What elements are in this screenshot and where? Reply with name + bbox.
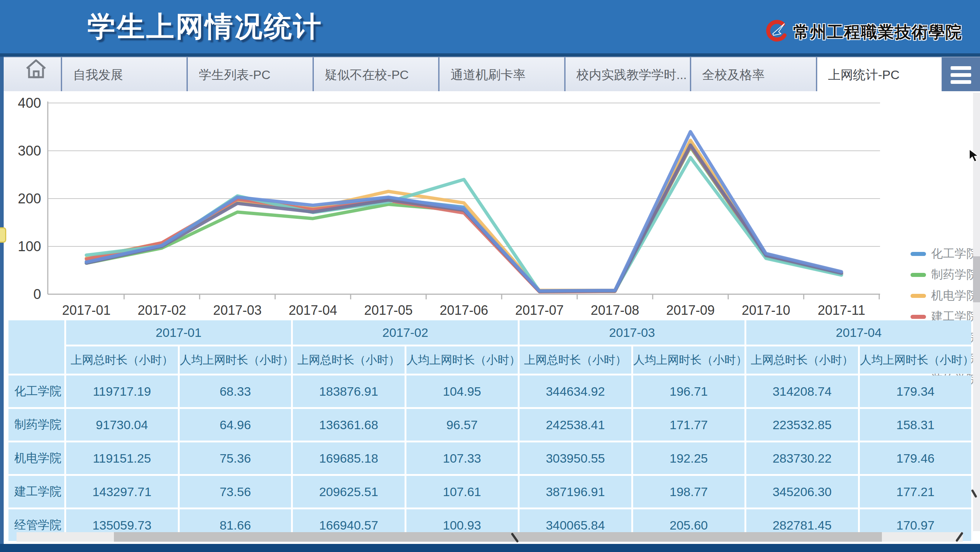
value-cell: 73.56: [180, 476, 291, 507]
value-cell: 136361.68: [293, 409, 404, 440]
tab-home[interactable]: [0, 57, 61, 93]
value-cell: 119717.19: [66, 375, 178, 407]
table-group-header-row: 2017-012017-022017-032017-04: [8, 320, 971, 345]
metric-header: 人均上网时长（小时）: [180, 346, 291, 373]
value-cell: 179.46: [860, 442, 972, 474]
metric-header: 上网总时长（小时）: [746, 346, 858, 373]
metric-header: 上网总时长（小时）: [293, 346, 404, 373]
menu-button[interactable]: [942, 57, 980, 93]
legend-swatch: [910, 315, 926, 319]
x-axis-tick: 2017-02: [137, 303, 186, 318]
school-logo: 常州工程職業技術學院: [764, 19, 963, 45]
legend-item-huagong[interactable]: 化工学院: [910, 246, 978, 262]
bottom-bar: [0, 544, 980, 552]
value-cell: 192.25: [633, 442, 745, 474]
page-header: 学生上网情况统计 常州工程職業技術學院: [0, 0, 980, 57]
x-axis-tick: 2017-05: [364, 303, 413, 318]
tab-student-list-pc[interactable]: 学生列表-PC: [187, 57, 312, 93]
value-cell: 119151.25: [66, 442, 178, 474]
month-group-header: 2017-01: [66, 320, 291, 345]
value-cell: 345206.30: [746, 476, 858, 507]
metric-header: 上网总时长（小时）: [520, 346, 631, 373]
value-cell: 64.96: [180, 409, 291, 440]
value-cell: 169685.18: [293, 442, 404, 474]
y-axis-tick: 200: [18, 191, 41, 206]
value-cell: 283730.22: [746, 442, 858, 474]
value-cell: 104.95: [406, 375, 518, 407]
value-cell: 314208.74: [746, 375, 858, 407]
tab-practice-teaching-hours[interactable]: 校内实践教学学时...: [565, 57, 690, 93]
value-cell: 96.57: [406, 409, 518, 440]
value-cell: 91730.04: [66, 409, 178, 440]
legend-label: 制药学院: [931, 266, 978, 283]
metric-header: 人均上网时长（小时）: [406, 346, 518, 373]
value-cell: 183876.91: [293, 375, 404, 407]
side-handle-marker[interactable]: [0, 227, 6, 243]
value-cell: 107.61: [406, 476, 518, 507]
metric-header: 人均上网时长（小时）: [860, 346, 972, 373]
x-axis-tick: 2017-10: [741, 303, 790, 318]
college-name-cell: 制药学院: [8, 409, 64, 440]
legend-item-zhiyao[interactable]: 制药学院: [910, 266, 978, 283]
value-cell: 387196.91: [520, 476, 631, 507]
table-row: 制药学院91730.0464.96136361.6896.57242538.41…: [8, 409, 971, 440]
mouse-cursor: [969, 148, 980, 165]
month-group-header: 2017-02: [293, 320, 518, 345]
table-corner-cell: [8, 320, 64, 373]
legend-swatch: [910, 252, 926, 256]
month-group-header: 2017-03: [520, 320, 745, 345]
value-cell: 344634.92: [520, 375, 631, 407]
tab-list: 自我发展学生列表-PC疑似不在校-PC通道机刷卡率校内实践教学学时...全校及格…: [61, 57, 942, 93]
tab-self-development[interactable]: 自我发展: [61, 57, 187, 93]
legend-item-jidian[interactable]: 机电学院: [910, 287, 978, 304]
home-icon: [25, 58, 48, 92]
tab-gate-swipe-rate[interactable]: 通道机刷卡率: [438, 57, 564, 93]
legend-swatch: [910, 294, 926, 298]
line-chart: 01002003004002017-012017-022017-032017-0…: [0, 91, 904, 320]
series-xinxi[interactable]: [86, 145, 842, 291]
value-cell: 223532.85: [746, 409, 858, 440]
legend-swatch: [910, 273, 926, 277]
college-name-cell: 化工学院: [8, 375, 64, 407]
page-title: 学生上网情况统计: [88, 8, 323, 46]
horizontal-scrollbar-thumb[interactable]: [114, 532, 882, 542]
tab-bar: 自我发展学生列表-PC疑似不在校-PC通道机刷卡率校内实践教学学时...全校及格…: [0, 57, 980, 93]
x-axis-tick: 2017-08: [590, 303, 639, 318]
series-huagong[interactable]: [86, 142, 842, 291]
school-logo-icon: [764, 19, 788, 45]
usage-table-body: 化工学院119717.1968.33183876.91104.95344634.…: [8, 375, 971, 541]
internet-usage-chart: 01002003004002017-012017-022017-032017-0…: [0, 91, 980, 320]
x-axis-tick: 2017-04: [288, 303, 337, 318]
usage-table-head: 2017-012017-022017-032017-04上网总时长（小时）人均上…: [8, 320, 971, 373]
series-jiangong[interactable]: [86, 146, 842, 292]
value-cell: 75.36: [180, 442, 291, 474]
value-cell: 242538.41: [520, 409, 631, 440]
value-cell: 158.31: [860, 409, 972, 440]
college-name-cell: 机电学院: [8, 442, 64, 474]
value-cell: 68.33: [180, 375, 291, 407]
legend-label: 机电学院: [931, 287, 978, 304]
series-zhuangshi[interactable]: [86, 132, 842, 291]
table-row: 机电学院119151.2575.36169685.18107.33303950.…: [8, 442, 971, 474]
college-name-cell: 建工学院: [8, 476, 64, 507]
metric-header: 上网总时长（小时）: [66, 346, 178, 373]
tab-internet-stats-pc[interactable]: 上网统计-PC: [816, 57, 942, 93]
y-axis-tick: 400: [18, 95, 41, 111]
tab-school-pass-rate[interactable]: 全校及格率: [690, 57, 816, 93]
y-axis-tick: 300: [18, 143, 41, 158]
table-row: 化工学院119717.1968.33183876.91104.95344634.…: [8, 375, 971, 407]
value-cell: 143297.71: [66, 476, 178, 507]
value-cell: 107.33: [406, 442, 518, 474]
y-axis-tick: 100: [18, 239, 41, 254]
value-cell: 171.77: [633, 409, 745, 440]
vertical-scrollbar-thumb[interactable]: [973, 256, 980, 302]
left-border-strip: [0, 57, 4, 544]
horizontal-scrollbar[interactable]: [16, 532, 963, 542]
school-logo-text: 常州工程職業技術學院: [793, 21, 963, 43]
month-group-header: 2017-04: [746, 320, 971, 345]
tab-suspected-off-campus-pc[interactable]: 疑似不在校-PC: [313, 57, 438, 93]
metric-header: 人均上网时长（小时）: [633, 346, 745, 373]
y-axis-tick: 0: [33, 287, 41, 302]
table-row: 建工学院143297.7173.56209625.51107.61387196.…: [8, 476, 971, 507]
usage-table: 2017-012017-022017-032017-04上网总时长（小时）人均上…: [6, 319, 973, 543]
